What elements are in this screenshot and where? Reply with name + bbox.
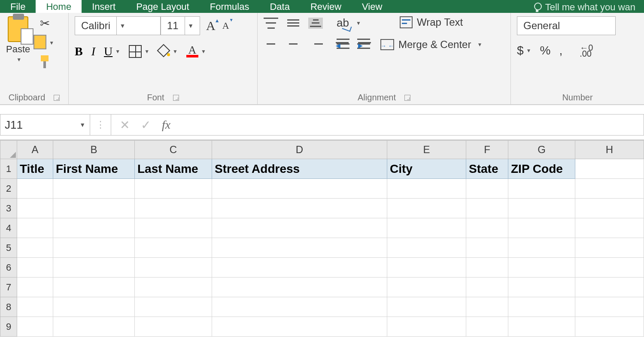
cell-C1[interactable]: Last Name xyxy=(135,159,212,179)
row-header-8[interactable]: 8 xyxy=(0,297,17,317)
merge-center-button[interactable]: →← Merge & Center ▼ xyxy=(380,39,482,51)
cell-A9[interactable] xyxy=(17,317,53,337)
font-dialog-launcher[interactable] xyxy=(173,95,179,101)
cancel-formula-button[interactable]: ✕ xyxy=(120,118,130,132)
cell-G7[interactable] xyxy=(508,278,575,297)
cell-D7[interactable] xyxy=(212,278,387,297)
cell-H3[interactable] xyxy=(575,199,644,218)
tab-review[interactable]: Review xyxy=(300,0,352,13)
cell-B7[interactable] xyxy=(53,278,135,297)
cell-G2[interactable] xyxy=(508,179,575,199)
cell-E2[interactable] xyxy=(387,179,466,199)
cell-D4[interactable] xyxy=(212,218,387,238)
align-left-button[interactable] xyxy=(264,38,278,49)
tab-view[interactable]: View xyxy=(352,0,392,13)
cell-D3[interactable] xyxy=(212,199,387,218)
align-top-button[interactable] xyxy=(264,18,278,29)
cell-B3[interactable] xyxy=(53,199,135,218)
cell-E9[interactable] xyxy=(387,317,466,337)
increase-indent-button[interactable]: ▶ xyxy=(357,39,370,49)
col-header-B[interactable]: B xyxy=(53,140,135,159)
cell-C6[interactable] xyxy=(135,258,212,278)
row-header-7[interactable]: 7 xyxy=(0,278,17,297)
row-header-6[interactable]: 6 xyxy=(0,258,17,278)
cell-H4[interactable] xyxy=(575,218,644,238)
align-bottom-button[interactable] xyxy=(308,18,323,29)
col-header-H[interactable]: H xyxy=(575,140,644,159)
cell-D6[interactable] xyxy=(212,258,387,278)
copy-button[interactable]: ▼ xyxy=(35,36,54,49)
cell-E7[interactable] xyxy=(387,278,466,297)
tab-file[interactable]: File xyxy=(0,0,36,13)
cell-E6[interactable] xyxy=(387,258,466,278)
cell-A8[interactable] xyxy=(17,297,53,317)
cell-A2[interactable] xyxy=(17,179,53,199)
col-header-D[interactable]: D xyxy=(212,140,387,159)
cell-H6[interactable] xyxy=(575,258,644,278)
fx-icon[interactable]: fx xyxy=(162,118,170,132)
tab-data[interactable]: Data xyxy=(259,0,300,13)
cell-H2[interactable] xyxy=(575,179,644,199)
cell-D1[interactable]: Street Address xyxy=(212,159,387,179)
cell-D5[interactable] xyxy=(212,238,387,258)
cell-F6[interactable] xyxy=(466,258,508,278)
cell-G9[interactable] xyxy=(508,317,575,337)
increase-font-size-button[interactable]: A▲ xyxy=(206,18,216,33)
percent-format-button[interactable]: % xyxy=(540,44,550,57)
cell-B2[interactable] xyxy=(53,179,135,199)
cell-F5[interactable] xyxy=(466,238,508,258)
cell-C3[interactable] xyxy=(135,199,212,218)
cell-G3[interactable] xyxy=(508,199,575,218)
cell-C9[interactable] xyxy=(135,317,212,337)
cell-C4[interactable] xyxy=(135,218,212,238)
orientation-button[interactable]: ab▼ xyxy=(337,16,361,30)
cell-G1[interactable]: ZIP Code xyxy=(508,159,575,179)
cell-D8[interactable] xyxy=(212,297,387,317)
row-header-5[interactable]: 5 xyxy=(0,238,17,258)
cell-C8[interactable] xyxy=(135,297,212,317)
tab-insert[interactable]: Insert xyxy=(82,0,126,13)
cell-D2[interactable] xyxy=(212,179,387,199)
tab-home[interactable]: Home xyxy=(36,0,82,13)
cell-D9[interactable] xyxy=(212,317,387,337)
bold-button[interactable]: B xyxy=(75,45,83,58)
col-header-A[interactable]: A xyxy=(17,140,53,159)
decrease-indent-button[interactable]: ◀ xyxy=(337,39,349,49)
formula-input[interactable] xyxy=(218,114,644,136)
font-color-button[interactable]: A▼ xyxy=(186,45,206,57)
cell-E4[interactable] xyxy=(387,218,466,238)
select-all-corner[interactable] xyxy=(0,140,17,159)
font-name-combo[interactable]: Calibri ▼ xyxy=(75,16,161,35)
tell-me-box[interactable]: Tell me what you wan xyxy=(525,2,644,13)
increase-decimal-button[interactable]: ←0.00 xyxy=(580,45,593,57)
row-header-4[interactable]: 4 xyxy=(0,218,17,238)
cell-C2[interactable] xyxy=(135,179,212,199)
align-middle-button[interactable] xyxy=(286,18,301,29)
fill-color-button[interactable]: ▼ xyxy=(158,46,178,57)
cell-E1[interactable]: City xyxy=(387,159,466,179)
enter-formula-button[interactable]: ✓ xyxy=(141,118,151,132)
cell-B5[interactable] xyxy=(53,238,135,258)
name-box[interactable]: J11 ▼ xyxy=(0,114,90,136)
cell-A3[interactable] xyxy=(17,199,53,218)
cell-F1[interactable]: State xyxy=(466,159,508,179)
cell-C7[interactable] xyxy=(135,278,212,297)
cell-F3[interactable] xyxy=(466,199,508,218)
clipboard-dialog-launcher[interactable] xyxy=(54,95,60,101)
cell-H1[interactable] xyxy=(575,159,644,179)
paste-dropdown[interactable]: ▼ xyxy=(16,57,21,63)
tab-page-layout[interactable]: Page Layout xyxy=(126,0,200,13)
row-header-2[interactable]: 2 xyxy=(0,179,17,199)
cell-H9[interactable] xyxy=(575,317,644,337)
underline-button[interactable]: U▼ xyxy=(104,45,120,58)
cell-E3[interactable] xyxy=(387,199,466,218)
cell-A6[interactable] xyxy=(17,258,53,278)
cell-H7[interactable] xyxy=(575,278,644,297)
cut-button[interactable]: ✂ xyxy=(40,16,50,30)
cell-B8[interactable] xyxy=(53,297,135,317)
number-format-combo[interactable]: General xyxy=(517,16,616,35)
cell-A4[interactable] xyxy=(17,218,53,238)
cell-H8[interactable] xyxy=(575,297,644,317)
font-size-combo[interactable]: 11 ▼ xyxy=(161,16,200,35)
paste-label[interactable]: Paste xyxy=(6,44,30,55)
